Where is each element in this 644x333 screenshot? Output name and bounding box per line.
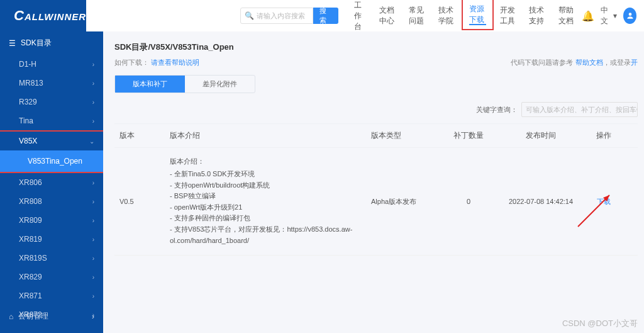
bell-icon[interactable]: 🔔 — [582, 10, 594, 22]
keyword-search-row: 关键字查询： 可输入版本介绍、补丁介绍、按回车键查询 — [114, 102, 638, 117]
sidebar-item-XR871[interactable]: XR871› — [0, 286, 103, 305]
sidebar-item-XR809[interactable]: XR809› — [0, 211, 103, 230]
sidebar-title: ☰ SDK目录 — [0, 31, 103, 55]
nav-2[interactable]: 常见问题 — [402, 0, 432, 31]
search-input[interactable]: 🔍 请输入内容搜索 — [240, 8, 313, 24]
chevron-right-icon: › — [92, 236, 94, 243]
header-right: 🔔 中文▾ — [582, 5, 644, 26]
key-icon: ⌂ — [9, 312, 13, 321]
search-icon: 🔍 — [245, 11, 254, 20]
cell-type: Alpha版本发布 — [371, 197, 440, 206]
nav-list: 工作台文档中心常见问题技术学院资源下载开发工具技术支持帮助文档 — [348, 0, 582, 31]
search-wrap: 🔍 请输入内容搜索 搜索 — [240, 8, 338, 24]
cell-time: 2022-07-08 14:42:14 — [497, 198, 585, 205]
nav-5[interactable]: 开发工具 — [494, 0, 523, 31]
chevron-right-icon: › — [92, 255, 94, 262]
sidebar-item-V85X[interactable]: V85X⌄ — [0, 132, 103, 150]
chevron-right-icon: › — [92, 179, 94, 186]
nav-1[interactable]: 文档中心 — [373, 0, 402, 31]
logo[interactable]: CALLWINNER — [0, 0, 86, 31]
cell-desc: 版本介绍： - 全新Tina5.0 SDK开发环境- 支持openWrt/bui… — [170, 157, 371, 246]
sidebar-item-Tina[interactable]: Tina› — [0, 111, 103, 130]
sidebar-item-XR829[interactable]: XR829› — [0, 268, 103, 286]
tabs: 版本和补丁差异化附件 — [114, 75, 255, 93]
chevron-right-icon: › — [92, 80, 94, 87]
search-button[interactable]: 搜索 — [313, 8, 338, 24]
desc-line: - 全新Tina5.0 SDK开发环境 — [170, 169, 371, 180]
sidebar-footer[interactable]: ⌂ 公钥管理 › — [0, 306, 103, 327]
chevron-right-icon: › — [92, 274, 94, 281]
chevron-down-icon: ▾ — [613, 11, 617, 20]
header: CALLWINNER 🔍 请输入内容搜索 搜索 工作台文档中心常见问题技术学院资… — [0, 0, 644, 31]
chevron-right-icon: › — [92, 217, 94, 224]
chevron-right-icon: › — [92, 198, 94, 205]
sidebar-item-XR806[interactable]: XR806› — [0, 173, 103, 192]
avatar[interactable] — [623, 8, 636, 24]
nav-3[interactable]: 技术学院 — [432, 0, 462, 31]
logo-text: ALLWINNER — [25, 11, 86, 22]
breadcrumb: SDK目录/V85X/V853Tina_Open — [114, 42, 638, 53]
desc-line: - 支持V853芯片平台，对应开发板见：https://v853.docs.aw… — [170, 224, 371, 246]
chevron-right-icon: › — [92, 61, 94, 68]
chevron-right-icon: › — [92, 99, 94, 106]
col-op: 操作 — [585, 130, 623, 141]
cell-patch: 0 — [440, 198, 497, 205]
sidebar-item-D1-H[interactable]: D1-H› — [0, 55, 103, 74]
keyword-input[interactable]: 可输入版本介绍、补丁介绍、按回车键查询 — [521, 102, 638, 117]
nav-6[interactable]: 技术支持 — [523, 0, 552, 31]
watermark: CSDN @DOT小文哥 — [562, 318, 638, 329]
nav-4[interactable]: 资源下载 — [462, 0, 494, 30]
sidebar: ☰ SDK目录 D1-H›MR813›R329›Tina›V85X⌄V853Ti… — [0, 31, 103, 333]
sidebar-item-XR819[interactable]: XR819› — [0, 230, 103, 249]
svg-point-0 — [628, 13, 631, 16]
help-doc-link[interactable]: 帮助文档 — [575, 58, 603, 67]
lang-switch[interactable]: 中文▾ — [601, 5, 617, 26]
chevron-right-icon: › — [92, 293, 94, 300]
desc-line: - BSP独立编译 — [170, 191, 371, 202]
search-placeholder: 请输入内容搜索 — [257, 11, 305, 21]
nav-7[interactable]: 帮助文档 — [552, 0, 582, 31]
sidebar-item-MR813[interactable]: MR813› — [0, 74, 103, 93]
tab-0[interactable]: 版本和补丁 — [115, 76, 185, 93]
howto: 如何下载： 请查看帮助说明 — [114, 58, 199, 67]
col-desc: 版本介绍 — [170, 130, 371, 141]
col-type: 版本类型 — [371, 130, 440, 141]
nav-0[interactable]: 工作台 — [348, 0, 373, 31]
sidebar-sub-V853Tina_Open[interactable]: V853Tina_Open — [0, 150, 103, 172]
tab-1[interactable]: 差异化附件 — [185, 76, 255, 93]
sidebar-item-R329[interactable]: R329› — [0, 93, 103, 111]
col-time: 发布时间 — [497, 130, 585, 141]
desc-line: - 支持openWrt/buildroot构建系统 — [170, 180, 371, 191]
sidebar-item-XR819S[interactable]: XR819S› — [0, 249, 103, 268]
col-version: 版本 — [119, 130, 170, 141]
desc-line: - 支持多种固件的编译打包 — [170, 213, 371, 224]
keyword-label: 关键字查询： — [476, 105, 518, 115]
chevron-down-icon: ⌄ — [89, 138, 94, 145]
table-row: V0.5 版本介绍： - 全新Tina5.0 SDK开发环境- 支持openWr… — [114, 148, 638, 256]
menu-icon: ☰ — [9, 39, 16, 48]
chevron-right-icon: › — [92, 312, 94, 321]
cell-version: V0.5 — [119, 198, 170, 205]
sidebar-item-XR808[interactable]: XR808› — [0, 192, 103, 211]
chevron-right-icon: › — [92, 118, 94, 125]
desc-line: - openWrt版本升级到21 — [170, 202, 371, 213]
howto-link[interactable]: 请查看帮助说明 — [151, 59, 199, 66]
download-link[interactable]: 下载 — [585, 197, 623, 206]
meta-note: 代码下载问题请参考 帮助文档 ，或登录 开 — [511, 58, 638, 67]
user-icon — [626, 11, 635, 20]
main-content: SDK目录/V85X/V853Tina_Open 如何下载： 请查看帮助说明 代… — [103, 31, 644, 333]
col-patch: 补丁数量 — [440, 130, 497, 141]
table-header: 版本 版本介绍 版本类型 补丁数量 发布时间 操作 — [114, 123, 638, 148]
